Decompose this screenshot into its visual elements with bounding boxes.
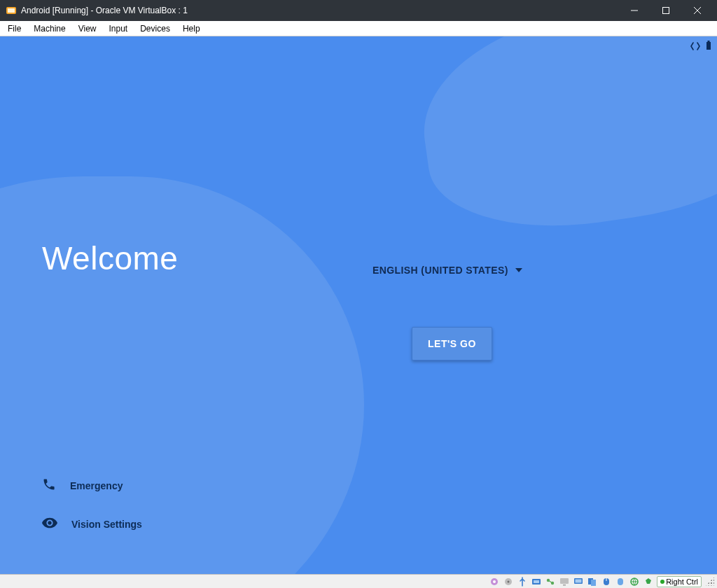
menubar-item-help[interactable]: Help — [176, 21, 207, 36]
svg-rect-20 — [576, 579, 582, 582]
vision-settings-button[interactable]: Vision Settings — [42, 517, 142, 531]
menubar: File Machine View Input Devices Help — [0, 21, 717, 36]
android-status-bar — [690, 41, 711, 53]
svg-rect-13 — [534, 580, 539, 583]
eye-icon — [42, 517, 57, 531]
virtualbox-icon — [6, 5, 17, 16]
host-key-label: Right Ctrl — [666, 578, 698, 586]
display-icon[interactable] — [559, 576, 570, 587]
hostkey-led-icon — [660, 580, 664, 584]
menubar-item-machine[interactable]: Machine — [27, 21, 71, 36]
chevron-down-icon — [515, 268, 522, 272]
menubar-item-devices[interactable]: Devices — [134, 21, 176, 36]
code-icon — [690, 41, 700, 53]
clipboard-icon[interactable] — [587, 576, 598, 587]
setup-bottom-actions: Emergency Vision Settings — [42, 477, 142, 531]
svg-rect-25 — [618, 578, 623, 585]
usb-icon[interactable] — [517, 576, 528, 587]
battery-icon — [706, 41, 711, 53]
svg-rect-18 — [563, 584, 566, 586]
guest-display[interactable]: Welcome ENGLISH (UNITED STATES) LET'S GO… — [0, 36, 717, 574]
language-label: ENGLISH (UNITED STATES) — [373, 265, 508, 276]
svg-line-16 — [550, 581, 552, 582]
svg-point-9 — [493, 580, 496, 583]
svg-rect-17 — [560, 578, 569, 584]
window-title: Android [Running] - Oracle VM VirtualBox… — [21, 6, 618, 15]
emergency-label: Emergency — [70, 480, 123, 491]
svg-rect-7 — [708, 41, 710, 42]
welcome-heading: Welcome — [42, 239, 178, 277]
vrde-icon[interactable] — [531, 576, 542, 587]
window-titlebar: Android [Running] - Oracle VM VirtualBox… — [0, 0, 717, 21]
menubar-item-file[interactable]: File — [1, 21, 27, 36]
svg-rect-3 — [662, 8, 669, 14]
shared-folder-icon[interactable] — [545, 576, 556, 587]
host-key-indicator[interactable]: Right Ctrl — [657, 576, 702, 587]
svg-rect-1 — [8, 8, 15, 13]
svg-point-11 — [508, 580, 510, 582]
audio-icon[interactable] — [615, 576, 626, 587]
lets-go-label: LET'S GO — [428, 338, 476, 349]
virtualbox-status-bar: Right Ctrl — [0, 574, 717, 588]
hdd-icon[interactable] — [503, 576, 514, 587]
mouse-integration-icon[interactable] — [601, 576, 612, 587]
svg-rect-22 — [591, 580, 596, 586]
phone-icon — [42, 477, 56, 493]
lets-go-button[interactable]: LET'S GO — [412, 327, 492, 360]
vision-settings-label: Vision Settings — [71, 519, 142, 530]
maximize-button[interactable] — [650, 0, 681, 21]
network-icon[interactable] — [629, 576, 640, 587]
close-button[interactable] — [681, 0, 713, 21]
cpu-icon[interactable] — [643, 576, 654, 587]
decoration-wave — [410, 36, 717, 245]
svg-rect-6 — [706, 42, 711, 50]
emergency-button[interactable]: Emergency — [42, 477, 142, 493]
recording-icon[interactable] — [573, 576, 584, 587]
language-picker[interactable]: ENGLISH (UNITED STATES) — [373, 265, 522, 276]
menubar-item-view[interactable]: View — [72, 21, 103, 36]
menubar-item-input[interactable]: Input — [103, 21, 134, 36]
settings-icon[interactable] — [489, 576, 500, 587]
window-resize-grip[interactable] — [706, 578, 714, 586]
minimize-button[interactable] — [618, 0, 650, 21]
